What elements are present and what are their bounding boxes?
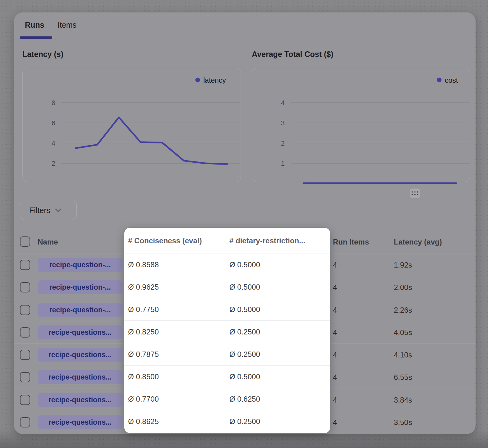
- svg-text:4: 4: [52, 139, 55, 147]
- run-items-cell: 4: [333, 389, 337, 411]
- cost-line-chart: 4321cost: [252, 68, 470, 182]
- run-items-cell: 4: [333, 276, 337, 298]
- chevron-down-icon: [55, 208, 61, 212]
- dietary-restriction-cell: Ø 0.2500: [229, 343, 260, 365]
- dietary-restriction-cell: Ø 0.2500: [229, 321, 260, 343]
- dietary-restriction-cell: Ø 0.5000: [229, 276, 260, 298]
- conciseness-cell: Ø 0.7875: [128, 343, 159, 365]
- latency-avg-cell: 3.50s: [394, 411, 412, 433]
- highlighted-row: Ø 0.7700Ø 0.6250: [124, 388, 330, 410]
- row-checkbox[interactable]: [20, 350, 30, 360]
- column-header-name: Name: [38, 238, 58, 246]
- column-header-latency: Latency (avg): [394, 238, 442, 246]
- run-items-cell: 4: [333, 254, 337, 276]
- conciseness-cell: Ø 0.7700: [128, 388, 159, 410]
- row-checkbox[interactable]: [20, 395, 30, 405]
- latency-avg-cell: 3.84s: [394, 389, 412, 411]
- latency-avg-cell: 1.92s: [394, 254, 412, 276]
- latency-avg-cell: 2.00s: [394, 276, 412, 298]
- tab-runs[interactable]: Runs: [25, 21, 44, 30]
- svg-text:3: 3: [281, 119, 285, 127]
- column-header-conciseness: # Conciseness (eval): [128, 228, 202, 254]
- run-name-badge[interactable]: recipe-questions...: [38, 325, 122, 339]
- conciseness-cell: Ø 0.8588: [128, 254, 159, 276]
- run-items-cell: 4: [333, 344, 337, 366]
- latency-avg-cell: 4.05s: [394, 321, 412, 343]
- run-name-badge[interactable]: recipe-question-...: [38, 303, 122, 317]
- latency-avg-cell: 6.55s: [394, 366, 412, 388]
- page-background: Runs Items Latency (s) Average Total Cos…: [0, 0, 488, 448]
- dietary-restriction-cell: Ø 0.5000: [229, 366, 260, 388]
- latency-line-chart: 8642latency: [23, 68, 241, 182]
- conciseness-cell: Ø 0.8625: [128, 410, 159, 432]
- column-header-run-items: Run Items: [333, 238, 369, 246]
- dietary-restriction-cell: Ø 0.6250: [229, 388, 260, 410]
- highlighted-row: Ø 0.8625Ø 0.2500: [124, 410, 330, 433]
- conciseness-cell: Ø 0.9625: [128, 276, 159, 298]
- highlighted-columns-panel: # Conciseness (eval) # dietary-restricti…: [124, 228, 330, 433]
- filters-button[interactable]: Filters: [20, 201, 77, 220]
- row-checkbox[interactable]: [20, 260, 30, 270]
- highlighted-row: Ø 0.7750Ø 0.5000: [124, 298, 330, 321]
- highlighted-row: Ø 0.9625Ø 0.5000: [124, 276, 330, 298]
- active-tab-indicator: [20, 36, 52, 39]
- row-checkbox[interactable]: [20, 372, 30, 382]
- conciseness-cell: Ø 0.8500: [128, 366, 159, 388]
- highlighted-row: Ø 0.8250Ø 0.2500: [124, 321, 330, 343]
- select-all-checkbox[interactable]: [20, 236, 30, 247]
- grip-dots: [412, 191, 419, 196]
- tabs-divider: [14, 40, 476, 40]
- run-items-cell: 4: [333, 321, 337, 343]
- run-items-cell: 4: [333, 299, 337, 321]
- run-name-badge[interactable]: recipe-questions...: [38, 393, 122, 407]
- latency-avg-cell: 4.10s: [394, 344, 412, 366]
- run-items-cell: 4: [333, 411, 337, 433]
- run-name-badge[interactable]: recipe-questions...: [38, 415, 122, 429]
- conciseness-cell: Ø 0.7750: [128, 298, 159, 320]
- run-name-badge[interactable]: recipe-question-...: [38, 258, 122, 272]
- svg-text:latency: latency: [203, 76, 226, 84]
- svg-text:4: 4: [281, 99, 285, 107]
- svg-text:cost: cost: [445, 76, 458, 84]
- run-name-badge[interactable]: recipe-questions...: [38, 370, 122, 384]
- column-header-dietary-restriction: # dietary-restriction...: [229, 228, 305, 254]
- run-items-cell: 4: [333, 366, 337, 388]
- filters-button-label: Filters: [29, 206, 50, 215]
- grip-dots-icon[interactable]: [410, 189, 420, 198]
- highlighted-row: Ø 0.7875Ø 0.2500: [124, 343, 330, 366]
- cost-chart-title: Average Total Cost ($): [252, 50, 334, 59]
- tab-items[interactable]: Items: [58, 21, 76, 30]
- row-checkbox[interactable]: [20, 282, 30, 292]
- svg-text:8: 8: [52, 99, 55, 107]
- section-divider: [14, 195, 476, 195]
- cost-chart: 4321cost: [252, 68, 470, 182]
- run-name-badge[interactable]: recipe-question-...: [38, 280, 122, 294]
- highlighted-columns-rows: Ø 0.8588Ø 0.5000Ø 0.9625Ø 0.5000Ø 0.7750…: [124, 254, 330, 433]
- highlighted-row: Ø 0.8588Ø 0.5000: [124, 254, 330, 276]
- latency-chart: 8642latency: [22, 68, 241, 182]
- svg-text:6: 6: [52, 119, 55, 127]
- svg-text:2: 2: [281, 139, 285, 147]
- latency-avg-cell: 2.26s: [394, 299, 412, 321]
- run-name-badge[interactable]: recipe-questions...: [38, 348, 122, 362]
- dietary-restriction-cell: Ø 0.2500: [229, 410, 260, 432]
- svg-text:2: 2: [52, 160, 55, 167]
- row-checkbox[interactable]: [20, 417, 30, 427]
- runs-card: Runs Items Latency (s) Average Total Cos…: [14, 12, 476, 434]
- highlighted-row: Ø 0.8500Ø 0.5000: [124, 366, 330, 388]
- dietary-restriction-cell: Ø 0.5000: [229, 254, 260, 276]
- row-checkbox[interactable]: [20, 327, 30, 338]
- conciseness-cell: Ø 0.8250: [128, 321, 159, 343]
- dietary-restriction-cell: Ø 0.5000: [229, 298, 260, 320]
- highlighted-columns-header: # Conciseness (eval) # dietary-restricti…: [124, 228, 330, 254]
- svg-text:1: 1: [281, 160, 285, 167]
- row-checkbox[interactable]: [20, 305, 30, 315]
- latency-chart-title: Latency (s): [22, 50, 63, 59]
